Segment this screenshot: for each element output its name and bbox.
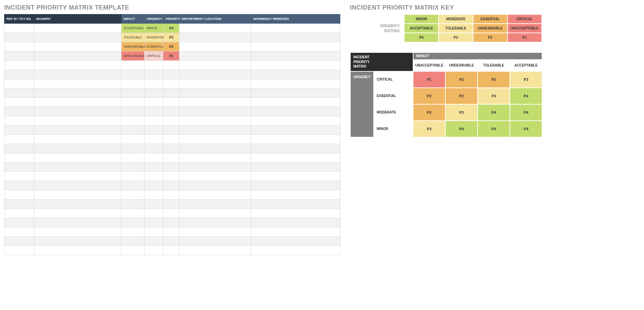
cell-urgency[interactable] [144, 61, 163, 70]
cell-dept[interactable] [179, 237, 251, 246]
cell-ref[interactable] [4, 79, 34, 88]
cell-priority[interactable] [163, 116, 179, 126]
cell-ref[interactable] [4, 153, 34, 163]
cell-priority[interactable] [163, 246, 179, 255]
cell-priority[interactable] [163, 61, 179, 70]
cell-warn[interactable] [251, 88, 340, 98]
cell-incident[interactable] [34, 98, 121, 107]
cell-warn[interactable] [251, 126, 340, 135]
cell-ref[interactable] [4, 181, 34, 190]
cell-impact[interactable] [121, 209, 144, 218]
cell-warn[interactable] [251, 218, 340, 227]
cell-warn[interactable] [251, 163, 340, 172]
cell-incident[interactable] [34, 209, 121, 218]
cell-priority[interactable] [163, 200, 179, 209]
cell-urgency[interactable] [144, 116, 163, 126]
cell-urgency[interactable] [144, 88, 163, 98]
cell-warn[interactable] [251, 107, 340, 116]
cell-ref[interactable] [4, 190, 34, 200]
cell-dept[interactable] [179, 98, 251, 107]
cell-urgency[interactable] [144, 246, 163, 255]
cell-ref[interactable] [4, 61, 34, 70]
cell-ref[interactable] [4, 163, 34, 172]
cell-warn[interactable] [251, 172, 340, 181]
cell-urgency[interactable] [144, 237, 163, 246]
cell-warn[interactable] [251, 135, 340, 144]
cell-warn[interactable] [251, 237, 340, 246]
cell-warn[interactable] [251, 209, 340, 218]
cell-warn[interactable] [251, 51, 340, 61]
cell-dept[interactable] [179, 33, 251, 42]
cell-warn[interactable] [251, 33, 340, 42]
cell-ref[interactable] [4, 24, 34, 33]
cell-priority[interactable] [163, 237, 179, 246]
cell-urgency[interactable] [144, 144, 163, 153]
cell-priority[interactable]: P3 [163, 33, 179, 42]
cell-ref[interactable] [4, 246, 34, 255]
cell-urgency[interactable] [144, 181, 163, 190]
cell-ref[interactable] [4, 126, 34, 135]
cell-impact[interactable] [121, 163, 144, 172]
cell-warn[interactable] [251, 42, 340, 51]
cell-ref[interactable] [4, 200, 34, 209]
cell-priority[interactable] [163, 172, 179, 181]
cell-dept[interactable] [179, 24, 251, 33]
cell-urgency[interactable]: CRITICAL [144, 51, 163, 61]
cell-ref[interactable] [4, 70, 34, 79]
cell-incident[interactable] [34, 33, 121, 42]
cell-warn[interactable] [251, 144, 340, 153]
cell-warn[interactable] [251, 200, 340, 209]
cell-dept[interactable] [179, 246, 251, 255]
cell-incident[interactable] [34, 218, 121, 227]
cell-urgency[interactable] [144, 200, 163, 209]
cell-impact[interactable] [121, 126, 144, 135]
cell-urgency[interactable] [144, 126, 163, 135]
cell-dept[interactable] [179, 218, 251, 227]
cell-impact[interactable]: ACCEPTABLE [121, 24, 144, 33]
cell-warn[interactable] [251, 246, 340, 255]
cell-priority[interactable] [163, 190, 179, 200]
cell-priority[interactable] [163, 209, 179, 218]
cell-dept[interactable] [179, 200, 251, 209]
cell-urgency[interactable] [144, 190, 163, 200]
cell-impact[interactable]: INTOLERABLE [121, 51, 144, 61]
cell-ref[interactable] [4, 227, 34, 237]
cell-incident[interactable] [34, 163, 121, 172]
cell-impact[interactable] [121, 135, 144, 144]
cell-impact[interactable]: TOLERABLE [121, 33, 144, 42]
cell-dept[interactable] [179, 144, 251, 153]
cell-impact[interactable] [121, 153, 144, 163]
cell-warn[interactable] [251, 116, 340, 126]
cell-urgency[interactable] [144, 153, 163, 163]
cell-priority[interactable] [163, 126, 179, 135]
cell-priority[interactable] [163, 70, 179, 79]
cell-dept[interactable] [179, 51, 251, 61]
cell-dept[interactable] [179, 135, 251, 144]
cell-incident[interactable] [34, 42, 121, 51]
cell-incident[interactable] [34, 135, 121, 144]
cell-incident[interactable] [34, 172, 121, 181]
cell-impact[interactable] [121, 227, 144, 237]
cell-priority[interactable] [163, 79, 179, 88]
cell-ref[interactable] [4, 144, 34, 153]
cell-incident[interactable] [34, 200, 121, 209]
cell-dept[interactable] [179, 172, 251, 181]
cell-warn[interactable] [251, 181, 340, 190]
cell-urgency[interactable] [144, 227, 163, 237]
cell-dept[interactable] [179, 79, 251, 88]
cell-warn[interactable] [251, 70, 340, 79]
cell-ref[interactable] [4, 209, 34, 218]
cell-dept[interactable] [179, 227, 251, 237]
cell-priority[interactable] [163, 218, 179, 227]
cell-incident[interactable] [34, 181, 121, 190]
cell-impact[interactable] [121, 107, 144, 116]
cell-urgency[interactable] [144, 209, 163, 218]
cell-impact[interactable] [121, 116, 144, 126]
cell-warn[interactable] [251, 227, 340, 237]
cell-impact[interactable] [121, 61, 144, 70]
cell-ref[interactable] [4, 98, 34, 107]
cell-urgency[interactable] [144, 70, 163, 79]
cell-dept[interactable] [179, 42, 251, 51]
cell-warn[interactable] [251, 190, 340, 200]
cell-priority[interactable] [163, 88, 179, 98]
